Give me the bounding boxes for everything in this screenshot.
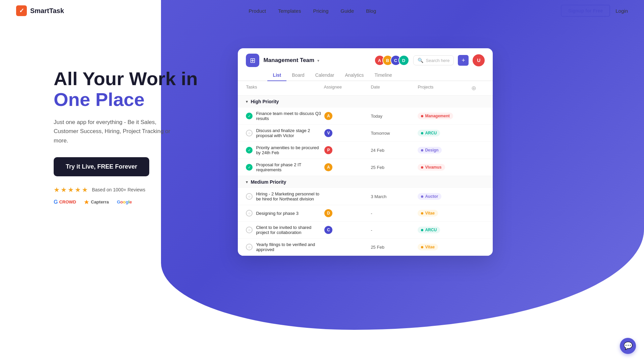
task-tag: Design: [418, 147, 471, 154]
assignee-avatar: C: [324, 225, 333, 235]
table-row: ✓ Priority amenities to be procured by 2…: [238, 142, 493, 159]
task-tag: Management: [418, 113, 471, 120]
card-header-right: A B C D 🔍 Search here + U: [374, 54, 485, 66]
tab-calendar[interactable]: Calendar: [310, 70, 340, 80]
nav-guide[interactable]: Guide: [340, 8, 354, 14]
task-assignee: A: [324, 111, 371, 121]
nav-templates[interactable]: Templates: [278, 8, 301, 14]
check-done-icon[interactable]: ✓: [246, 147, 253, 154]
hero-subtitle: Just one app for everything - Be it Sale…: [54, 118, 181, 145]
col-add[interactable]: ⊕: [471, 84, 485, 92]
svg-marker-0: [84, 200, 89, 204]
section-medium-priority: ▾ Medium Priority: [238, 176, 493, 188]
card-title-row: ⊞ Management Team ▾: [246, 54, 319, 67]
task-tag: Vitae: [418, 210, 471, 217]
task-date: Tomorrow: [371, 131, 418, 136]
task-date: -: [371, 228, 418, 233]
avatar-4: D: [398, 55, 409, 66]
app-tabs: List Board Calendar Analytics Timeline: [238, 67, 493, 81]
nav-actions: Signup for Free Login: [561, 5, 628, 17]
card-header: ⊞ Management Team ▾ A B C D 🔍: [238, 48, 493, 67]
col-projects: Projects: [418, 84, 471, 92]
logo-text: SmartTask: [30, 7, 64, 15]
task-name: ○ Client to be invited to shared project…: [246, 225, 324, 235]
user-avatar: U: [473, 54, 485, 66]
col-assignee: Assignee: [324, 84, 371, 92]
table-header: Tasks Assignee Date Projects ⊕: [238, 81, 493, 96]
task-name: ○ Designing for phase 3: [246, 210, 324, 217]
task-name: ○ Yearly filings to be verified and appr…: [246, 242, 324, 252]
task-assignee: A: [324, 163, 371, 172]
table-row: ○ Discuss and finalize stage 2 proposal …: [238, 125, 493, 142]
task-date: Today: [371, 114, 418, 119]
table-row: ✓ Proposal for phase 2 IT requirements A…: [238, 159, 493, 176]
check-undone-icon[interactable]: ○: [246, 130, 253, 136]
title-chevron-icon: ▾: [317, 58, 319, 63]
task-date: 25 Feb: [371, 165, 418, 170]
task-date: -: [371, 211, 418, 216]
task-tag: Vitae: [418, 244, 471, 251]
cta-button[interactable]: Try it Live, FREE Forever: [54, 157, 149, 176]
check-undone-icon[interactable]: ○: [246, 193, 253, 200]
table-row: ○ Designing for phase 3 D - Vitae: [238, 205, 493, 222]
logo[interactable]: ✓ SmartTask: [16, 5, 64, 16]
col-date: Date: [371, 84, 418, 92]
card-title-group: Management Team ▾: [263, 57, 319, 64]
task-assignee: V: [324, 128, 371, 138]
task-tag: Auctor: [418, 193, 471, 200]
check-undone-icon[interactable]: ○: [246, 227, 253, 233]
reviews-text: Based on 1000+ Reviews: [92, 187, 145, 192]
brand-capterra: Capterra: [84, 199, 109, 204]
section-title-medium: Medium Priority: [251, 179, 286, 185]
section-title-high: High Priority: [251, 99, 279, 104]
task-tag: Vivamus: [418, 164, 471, 171]
login-button[interactable]: Login: [615, 8, 628, 14]
nav-pricing[interactable]: Pricing: [313, 8, 328, 14]
hero-section: All Your Work in One Place Just one app …: [0, 21, 644, 296]
tab-analytics[interactable]: Analytics: [339, 70, 369, 80]
brand-crowd: G CROWD: [54, 199, 76, 205]
task-name: ○ Discuss and finalize stage 2 proposal …: [246, 128, 324, 138]
add-button[interactable]: +: [458, 55, 469, 66]
tab-timeline[interactable]: Timeline: [369, 70, 397, 80]
star-4: ★: [75, 186, 81, 194]
table-row: ○ Hiring - 2 Marketing personnel to be h…: [238, 188, 493, 205]
col-tasks: Tasks: [246, 84, 324, 92]
star-5: ★: [82, 186, 88, 194]
check-undone-icon[interactable]: ○: [246, 244, 253, 250]
section-chevron-high: ▾: [246, 100, 248, 104]
assignee-avatar: D: [324, 208, 333, 218]
nav-blog[interactable]: Blog: [366, 8, 376, 14]
assignee-avatar: P: [324, 145, 333, 155]
check-undone-icon[interactable]: ○: [246, 210, 253, 217]
task-date: 3 March: [371, 194, 418, 199]
signup-button[interactable]: Signup for Free: [561, 5, 610, 17]
check-done-icon[interactable]: ✓: [246, 113, 253, 119]
tab-list[interactable]: List: [267, 70, 286, 80]
task-assignee: P: [324, 145, 371, 155]
check-done-icon[interactable]: ✓: [246, 164, 253, 171]
task-name: ✓ Priority amenities to be procured by 2…: [246, 145, 324, 155]
app-icon: ⊞: [246, 54, 259, 67]
app-card: ⊞ Management Team ▾ A B C D 🔍: [238, 48, 493, 256]
task-name: ✓ Proposal for phase 2 IT requirements: [246, 162, 324, 172]
assignee-avatar: A: [324, 111, 333, 121]
section-high-priority: ▾ High Priority: [238, 96, 493, 108]
nav-product[interactable]: Product: [249, 8, 266, 14]
chat-bubble[interactable]: 💬: [620, 338, 636, 354]
tab-board[interactable]: Board: [286, 70, 310, 80]
assignee-avatar: V: [324, 128, 333, 138]
hero-title-line1: All Your Work in: [54, 68, 198, 89]
search-bar[interactable]: 🔍 Search here: [413, 55, 454, 65]
table-row: ✓ Finance team meet to discuss Q3 result…: [238, 108, 493, 125]
hero-right: ⊞ Management Team ▾ A B C D 🔍: [238, 48, 644, 256]
brands-row: G CROWD Capterra Google: [54, 199, 198, 205]
hero-title-line2: One Place: [54, 89, 198, 110]
task-assignee: D: [324, 208, 371, 218]
search-icon: 🔍: [418, 58, 423, 63]
task-date: 25 Feb: [371, 245, 418, 250]
task-name: ○ Hiring - 2 Marketing personnel to be h…: [246, 191, 324, 201]
app-title: Management Team: [263, 57, 314, 63]
star-1: ★: [54, 186, 60, 194]
task-tag: ARCU: [418, 227, 471, 234]
